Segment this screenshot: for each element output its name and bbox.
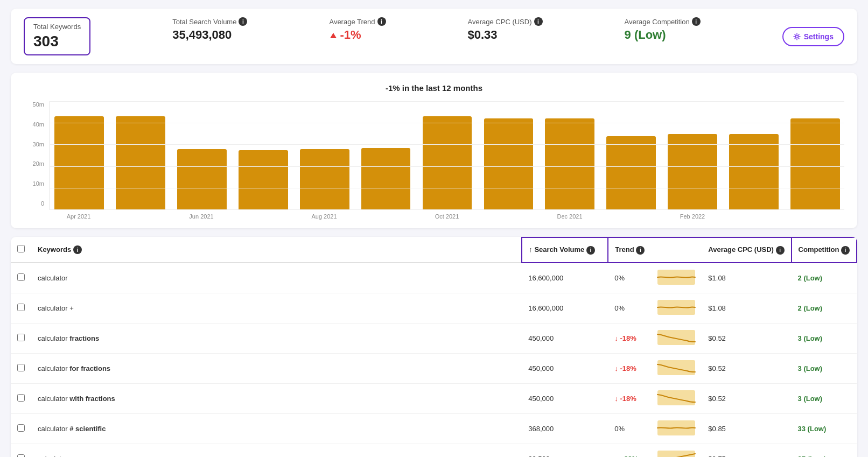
keyword-cell-3: calculator for fractions [31, 353, 522, 383]
trend-info-icon[interactable]: i [636, 246, 645, 255]
average-cpc-info-icon[interactable]: i [534, 17, 543, 26]
average-trend-value: -1% [329, 28, 386, 42]
row-checkbox-6[interactable] [17, 454, 25, 458]
svg-rect-7 [657, 451, 695, 458]
competition-column-header: Competition i [792, 237, 857, 263]
search-volume-info-icon[interactable]: i [586, 246, 595, 255]
keywords-table: Keywords i ↑ Search Volume i Trend i [11, 237, 857, 457]
search-volume-cell-1: 16,600,000 [522, 293, 608, 323]
svg-point-0 [795, 35, 798, 38]
x-label-8: Dec 2021 [541, 213, 599, 220]
search-volume-cell-6: 90,500 [522, 444, 608, 457]
metrics-bar: Total Keywords 303 Total Search Volume i… [11, 9, 857, 64]
average-competition-metric: Average Competition i 9 (Low) [625, 17, 701, 42]
bar-group-10 [663, 101, 722, 210]
x-label-0: Apr 2021 [50, 213, 108, 220]
x-label-6: Oct 2021 [418, 213, 476, 220]
total-search-volume-metric: Total Search Volume i 35,493,080 [172, 17, 247, 42]
row-checkbox-2[interactable] [17, 334, 25, 341]
competition-cell-4: 3 (Low) [792, 383, 857, 413]
row-checkbox-cell-4[interactable] [11, 383, 31, 413]
x-label-12 [786, 213, 844, 220]
average-cpc-metric: Average CPC (USD) i $0.33 [468, 17, 543, 42]
bar-12 [790, 118, 840, 210]
row-checkbox-cell-0[interactable] [11, 263, 31, 293]
y-label-20m: 20m [24, 160, 47, 167]
average-competition-info-icon[interactable]: i [692, 17, 701, 26]
trend-pct-cell-4: ↓ -18% [608, 383, 651, 413]
bar-group-9 [602, 101, 660, 210]
select-all-header[interactable] [11, 237, 31, 263]
trend-pct-cell-2: ↓ -18% [608, 323, 651, 353]
sparkline-cell-6 [651, 444, 702, 457]
competition-cell-1: 2 (Low) [792, 293, 857, 323]
trend-pct-cell-3: ↓ -18% [608, 353, 651, 383]
keyword-cell-0: calculator [31, 263, 522, 293]
row-checkbox-cell-5[interactable] [11, 413, 31, 444]
total-keywords-value: 303 [33, 33, 81, 50]
competition-cell-2: 3 (Low) [792, 323, 857, 353]
keyword-cell-1: calculator + [31, 293, 522, 323]
svg-rect-4 [657, 360, 695, 375]
average-trend-info-icon[interactable]: i [377, 17, 386, 26]
bar-7 [484, 118, 534, 210]
trend-pct-cell-1: 0% [608, 293, 651, 323]
cpc-info-icon[interactable]: i [776, 246, 785, 255]
keywords-info-icon[interactable]: i [73, 245, 82, 254]
bar-10 [668, 134, 717, 210]
chart-inner: Apr 2021Jun 2021Aug 2021Oct 2021Dec 2021… [50, 101, 844, 220]
sparkline-cell-1 [651, 293, 702, 323]
settings-button[interactable]: Settings [782, 27, 844, 46]
table-row: calculator +16,600,0000% $1.082 (Low) [11, 293, 857, 323]
bar-3 [239, 150, 288, 210]
competition-cell-5: 33 (Low) [792, 413, 857, 444]
trend-pct-cell-0: 0% [608, 263, 651, 293]
bar-5 [361, 148, 411, 210]
x-label-2: Jun 2021 [172, 213, 230, 220]
competition-cell-3: 3 (Low) [792, 353, 857, 383]
chart-section: -1% in the last 12 months 0 10m 20m 30m … [11, 73, 857, 228]
search-volume-cell-3: 450,000 [522, 353, 608, 383]
y-axis: 0 10m 20m 30m 40m 50m [24, 101, 47, 207]
cpc-cell-5: $0.85 [702, 413, 791, 444]
svg-rect-5 [657, 390, 695, 405]
bar-group-1 [111, 101, 170, 210]
table-row: calculator fractions450,000↓ -18% $0.523… [11, 323, 857, 353]
select-all-checkbox[interactable] [17, 245, 25, 252]
average-trend-label: Average Trend i [329, 17, 386, 26]
x-label-1 [111, 213, 169, 220]
trend-column-header: Trend i [608, 237, 651, 263]
row-checkbox-1[interactable] [17, 304, 25, 311]
bar-1 [116, 116, 165, 210]
total-keywords-label: Total Keywords [33, 23, 81, 31]
cpc-cell-2: $0.52 [702, 323, 791, 353]
x-label-3 [234, 213, 292, 220]
search-volume-column-header: ↑ Search Volume i [522, 237, 608, 263]
table-row: calculator with fractions450,000↓ -18% $… [11, 383, 857, 413]
row-checkbox-cell-3[interactable] [11, 353, 31, 383]
row-checkbox-cell-6[interactable] [11, 444, 31, 457]
search-volume-cell-4: 450,000 [522, 383, 608, 413]
bar-2 [177, 149, 227, 210]
total-search-volume-info-icon[interactable]: i [239, 17, 247, 26]
competition-cell-6: 27 (Low) [792, 444, 857, 457]
chart-title: -1% in the last 12 months [24, 83, 844, 93]
row-checkbox-3[interactable] [17, 364, 25, 371]
row-checkbox-cell-2[interactable] [11, 323, 31, 353]
x-label-5 [356, 213, 415, 220]
row-checkbox-cell-1[interactable] [11, 293, 31, 323]
table-row: calculator16,600,0000% $1.082 (Low) [11, 263, 857, 293]
trend-spark-column-header [651, 237, 702, 263]
sparkline-cell-5 [651, 413, 702, 444]
row-checkbox-5[interactable] [17, 424, 25, 432]
competition-info-icon[interactable]: i [841, 246, 850, 255]
row-checkbox-4[interactable] [17, 394, 25, 402]
x-label-7 [479, 213, 537, 220]
table-row: calculator app90,500↑ +82% $0.7527 (Low) [11, 444, 857, 457]
competition-cell-0: 2 (Low) [792, 263, 857, 293]
row-checkbox-0[interactable] [17, 273, 25, 281]
bar-group-2 [173, 101, 231, 210]
y-label-40m: 40m [24, 121, 47, 128]
bar-8 [545, 118, 594, 210]
table-wrapper: Keywords i ↑ Search Volume i Trend i [11, 237, 857, 457]
